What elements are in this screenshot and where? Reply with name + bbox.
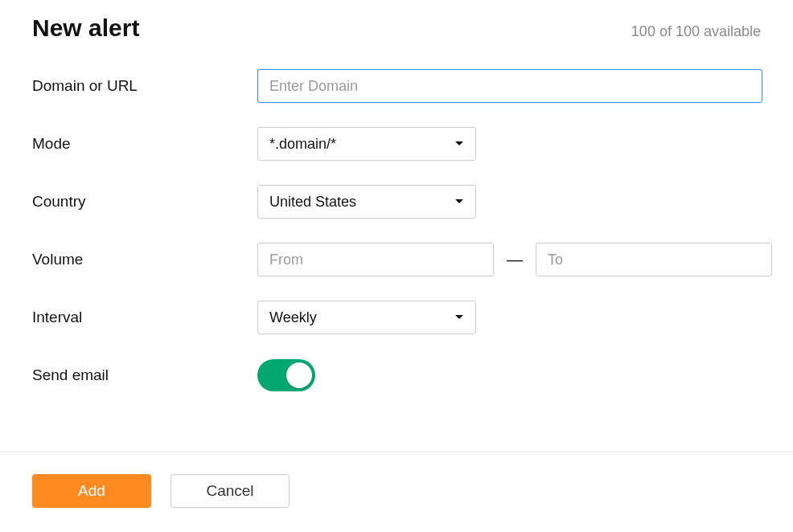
volume-label: Volume xyxy=(32,251,257,268)
send-email-toggle[interactable] xyxy=(257,359,315,391)
toggle-knob xyxy=(286,362,312,388)
interval-select-value: Weekly xyxy=(269,309,317,326)
availability-count: 100 of 100 available xyxy=(631,23,761,40)
send-email-label: Send email xyxy=(32,366,257,384)
country-select-value: United States xyxy=(269,194,356,211)
mode-select[interactable]: *.domain/* xyxy=(257,127,476,161)
volume-to-input[interactable] xyxy=(536,243,772,276)
domain-input[interactable] xyxy=(257,69,762,103)
page-title: New alert xyxy=(32,14,139,42)
country-label: Country xyxy=(32,193,257,211)
mode-label: Mode xyxy=(32,135,257,153)
country-select[interactable]: United States xyxy=(257,185,476,219)
volume-from-input[interactable] xyxy=(257,243,494,276)
interval-label: Interval xyxy=(32,309,257,326)
chevron-down-icon xyxy=(454,198,464,205)
footer-divider xyxy=(0,452,793,452)
chevron-down-icon xyxy=(454,141,464,147)
cancel-button[interactable]: Cancel xyxy=(171,474,290,508)
mode-select-value: *.domain/* xyxy=(269,136,336,153)
add-button[interactable]: Add xyxy=(32,474,151,508)
interval-select[interactable]: Weekly xyxy=(257,301,476,334)
chevron-down-icon xyxy=(454,314,464,321)
volume-range-dash: — xyxy=(503,251,526,269)
domain-label: Domain or URL xyxy=(32,77,257,95)
